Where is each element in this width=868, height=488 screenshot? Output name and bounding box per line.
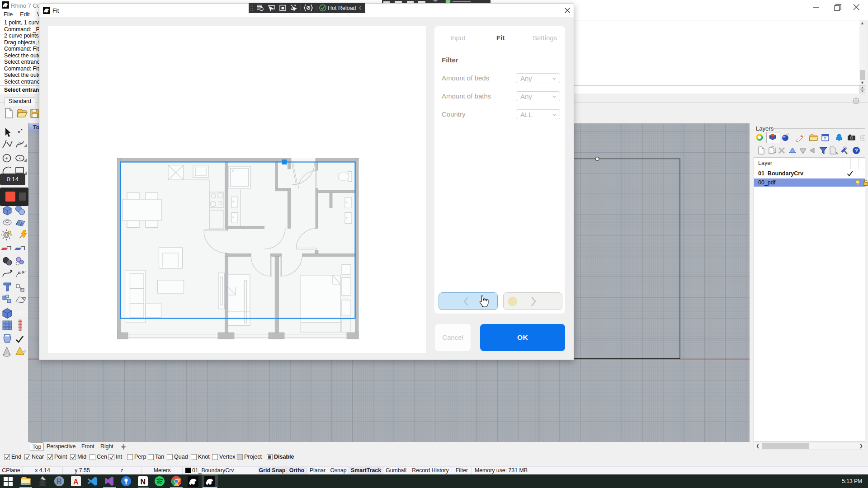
svg-text:R: R bbox=[57, 478, 62, 485]
svg-text:?: ? bbox=[855, 148, 858, 153]
svg-text:Hot Reload: Hot Reload bbox=[328, 5, 356, 11]
svg-text:?: ? bbox=[824, 136, 826, 141]
svg-text:A: A bbox=[73, 478, 79, 486]
svg-text:N: N bbox=[141, 478, 146, 486]
